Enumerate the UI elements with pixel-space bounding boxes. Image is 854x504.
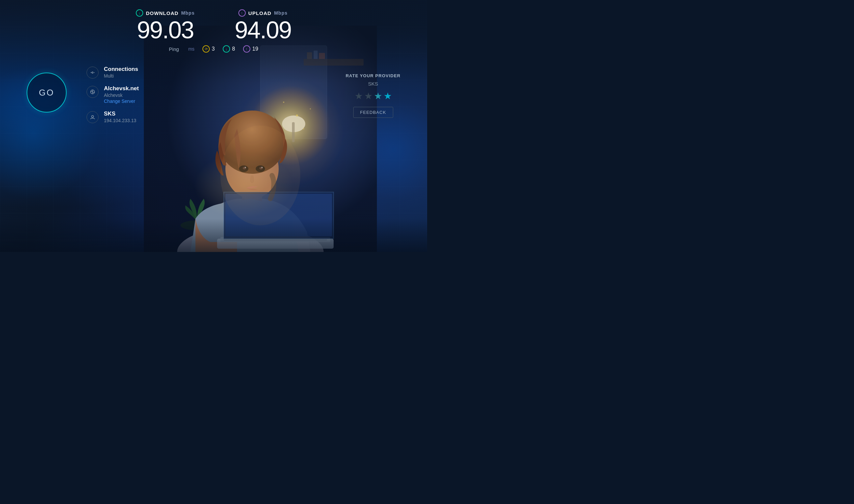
- connections-icon: [87, 67, 98, 78]
- top-stats: ↓ DOWNLOAD Mbps 99.03 ↑ UPLOAD Mbps 94.0…: [0, 0, 427, 42]
- ping-jitter-icon: ⟳: [202, 45, 210, 53]
- download-unit: Mbps: [181, 10, 195, 16]
- user-ip: 194.104.233.13: [104, 118, 136, 123]
- rate-provider-section: RATE YOUR PROVIDER SKS ★ ★ ★ ★ FEEDBACK: [346, 73, 401, 118]
- star-4[interactable]: ★: [384, 91, 392, 102]
- ping-unit: ms: [188, 46, 195, 52]
- server-icon: [87, 86, 98, 98]
- go-button-container: GO: [26, 73, 67, 112]
- download-value: 99.03: [137, 18, 194, 42]
- download-label-text: DOWNLOAD: [146, 10, 179, 16]
- rate-provider-name: SKS: [346, 81, 401, 87]
- upload-unit: Mbps: [274, 10, 288, 16]
- info-panels: Connections Multi Alchevsk.net Alchevsk …: [87, 66, 180, 123]
- download-stat: ↓ DOWNLOAD Mbps 99.03: [136, 9, 195, 42]
- main-content: ↓ DOWNLOAD Mbps 99.03 ↑ UPLOAD Mbps 94.0…: [0, 0, 427, 252]
- star-2[interactable]: ★: [364, 91, 373, 102]
- ping-item-upload: ↑ 19: [243, 45, 258, 53]
- upload-label-text: UPLOAD: [248, 10, 271, 16]
- upload-value: 94.09: [235, 18, 291, 42]
- server-location: Alchevsk: [104, 92, 139, 98]
- connections-title: Connections: [104, 66, 138, 73]
- server-name: Alchevsk.net: [104, 85, 139, 92]
- download-icon: ↓: [136, 9, 143, 17]
- user-name: SKS: [104, 110, 136, 117]
- ping-download-icon: ↓: [223, 45, 230, 53]
- upload-icon: ↑: [238, 9, 246, 17]
- ping-jitter-value: 3: [212, 46, 215, 52]
- user-panel: SKS 194.104.233.13: [87, 110, 180, 123]
- star-1[interactable]: ★: [355, 91, 363, 102]
- ping-label: Ping: [169, 46, 179, 52]
- ping-item-jitter: ⟳ 3: [202, 45, 215, 53]
- connections-panel: Connections Multi: [87, 66, 180, 78]
- svg-point-38: [92, 115, 94, 118]
- user-icon: [87, 111, 98, 123]
- go-button[interactable]: GO: [26, 73, 67, 112]
- server-panel: Alchevsk.net Alchevsk Change Server: [87, 85, 180, 104]
- upload-stat: ↑ UPLOAD Mbps 94.09: [235, 9, 291, 42]
- user-content: SKS 194.104.233.13: [104, 110, 136, 123]
- ping-row: Ping ms ⟳ 3 ↓ 8 ↑ 19: [0, 45, 427, 53]
- connections-value: Multi: [104, 73, 138, 78]
- ping-upload-value: 19: [252, 46, 258, 52]
- change-server-link[interactable]: Change Server: [104, 98, 139, 104]
- stars-container[interactable]: ★ ★ ★ ★: [346, 91, 401, 102]
- ping-item-download: ↓ 8: [223, 45, 235, 53]
- connections-content: Connections Multi: [104, 66, 138, 78]
- ping-upload-icon: ↑: [243, 45, 250, 53]
- download-label: ↓ DOWNLOAD Mbps: [136, 9, 195, 17]
- upload-label: ↑ UPLOAD Mbps: [238, 9, 288, 17]
- server-content: Alchevsk.net Alchevsk Change Server: [104, 85, 139, 104]
- feedback-button[interactable]: FEEDBACK: [353, 107, 393, 118]
- rate-title: RATE YOUR PROVIDER: [346, 73, 401, 78]
- star-3[interactable]: ★: [374, 91, 382, 102]
- ping-download-value: 8: [232, 46, 235, 52]
